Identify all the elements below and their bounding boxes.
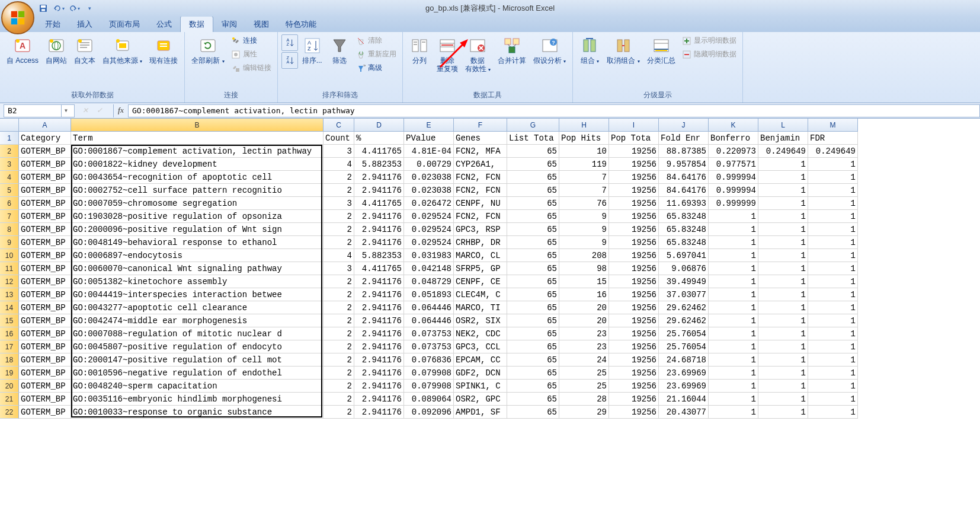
ribbon-btn-group[interactable]: 组合 ▾ [577, 34, 603, 68]
cell[interactable]: GO:0048240~sperm capacitation [71, 380, 324, 393]
cell[interactable]: 1 [808, 380, 858, 393]
cell[interactable]: FCN2, FCN [454, 210, 507, 223]
cell[interactable]: 1 [808, 301, 858, 314]
cell[interactable]: 25 [559, 367, 609, 380]
cell[interactable]: 0.089064 [404, 393, 454, 406]
select-all-corner[interactable] [0, 119, 19, 132]
cell[interactable]: 1 [709, 275, 758, 288]
cell[interactable]: 65 [507, 340, 559, 353]
cell[interactable]: FCN2, MFA [454, 145, 507, 158]
cell[interactable]: GO:0060070~canonical Wnt signaling pathw… [71, 262, 324, 275]
cell[interactable]: GO:0045807~positive regulation of endocy… [71, 340, 324, 353]
cell[interactable]: 65 [507, 236, 559, 249]
row-header-3[interactable]: 3 [0, 158, 19, 171]
cell[interactable]: GO:0007088~regulation of mitotic nuclear… [71, 327, 324, 340]
col-header-L[interactable]: L [758, 119, 808, 132]
row-header-5[interactable]: 5 [0, 184, 19, 197]
cell[interactable]: 1 [808, 197, 858, 210]
col-header-B[interactable]: B [71, 119, 324, 132]
cell[interactable]: GOTERM_BP [19, 301, 71, 314]
enter-formula-button[interactable]: ✓ [92, 104, 107, 117]
cell[interactable]: GOTERM_BP [19, 262, 71, 275]
cell[interactable]: 0.249649 [758, 145, 808, 158]
ribbon-btn-text[interactable]: 自文本 [71, 34, 98, 66]
cell[interactable]: 29.62462 [659, 314, 709, 327]
cell[interactable]: 1 [808, 393, 858, 406]
cell[interactable]: OSR2, SIX [454, 314, 507, 327]
cell[interactable]: 19256 [609, 406, 659, 419]
cell[interactable]: GO:2000147~positive regulation of cell m… [71, 353, 324, 367]
ribbon-tab-5[interactable]: 审阅 [213, 17, 245, 32]
cell[interactable]: 1 [758, 171, 808, 184]
cell[interactable]: Benjamin [758, 132, 808, 145]
cell[interactable]: 7 [559, 184, 609, 197]
cell[interactable]: 4.81E-04 [404, 145, 454, 158]
cancel-formula-button[interactable]: ✕ [78, 104, 92, 117]
cell[interactable]: 2 [324, 171, 354, 184]
cell[interactable]: GPC3, CCL [454, 340, 507, 353]
cell[interactable]: 0.999994 [709, 171, 758, 184]
cell[interactable]: 1 [709, 223, 758, 236]
cell[interactable]: GOTERM_BP [19, 314, 71, 327]
cell[interactable]: 2 [324, 275, 354, 288]
cell[interactable]: 0.026472 [404, 197, 454, 210]
cell[interactable]: 1 [808, 236, 858, 249]
cell[interactable]: 1 [758, 197, 808, 210]
cell[interactable]: FDR [808, 132, 858, 145]
cell[interactable]: 119 [559, 158, 609, 171]
cell[interactable]: SPINK1, C [454, 380, 507, 393]
cell[interactable]: 19256 [609, 275, 659, 288]
cell[interactable]: 29 [559, 406, 609, 419]
cell[interactable]: GOTERM_BP [19, 367, 71, 380]
cell[interactable]: 1 [808, 158, 858, 171]
cell[interactable]: OSR2, GPC [454, 393, 507, 406]
cell[interactable]: 0.073753 [404, 340, 454, 353]
cell[interactable]: GOTERM_BP [19, 171, 71, 184]
cell[interactable]: MARCO, CL [454, 249, 507, 262]
row-header-13[interactable]: 13 [0, 288, 19, 301]
col-header-F[interactable]: F [454, 119, 507, 132]
cell[interactable]: 65 [507, 327, 559, 340]
cell[interactable]: 0.00729 [404, 158, 454, 171]
cell[interactable]: GO:0043277~apoptotic cell clearance [71, 301, 324, 314]
cell[interactable]: 65 [507, 145, 559, 158]
cell[interactable]: 20 [559, 301, 609, 314]
cell[interactable]: GO:1903028~positive regulation of opsoni… [71, 210, 324, 223]
cell[interactable]: 2.941176 [354, 301, 404, 314]
cell[interactable]: 10 [559, 145, 609, 158]
cell[interactable]: 19256 [609, 301, 659, 314]
cell[interactable]: 0.079908 [404, 367, 454, 380]
cell[interactable]: 2.941176 [354, 393, 404, 406]
cell[interactable]: 1 [808, 314, 858, 327]
cell[interactable]: GOTERM_BP [19, 288, 71, 301]
cell[interactable]: 1 [709, 301, 758, 314]
cell[interactable]: 65.83248 [659, 236, 709, 249]
cell[interactable]: List Tota [507, 132, 559, 145]
cell[interactable]: Term [71, 132, 324, 145]
row-header-18[interactable]: 18 [0, 353, 19, 367]
cell[interactable]: 1 [709, 406, 758, 419]
cell[interactable]: 0.029524 [404, 223, 454, 236]
cell[interactable]: 0.079908 [404, 380, 454, 393]
cell[interactable]: 1 [808, 223, 858, 236]
cell[interactable]: 2 [324, 223, 354, 236]
cell[interactable]: 76 [559, 197, 609, 210]
cell[interactable]: 65 [507, 171, 559, 184]
ribbon-btn-access[interactable]: A自 Access [4, 34, 41, 66]
cell[interactable]: GO:0010596~negative regulation of endoth… [71, 367, 324, 380]
cell[interactable]: % [354, 132, 404, 145]
cell[interactable]: 25.76054 [659, 327, 709, 340]
cell[interactable]: 2.941176 [354, 210, 404, 223]
cell[interactable]: 9 [559, 223, 609, 236]
cell[interactable]: 2.941176 [354, 367, 404, 380]
cell[interactable]: 15 [559, 275, 609, 288]
cell[interactable]: 2 [324, 367, 354, 380]
cell[interactable]: 1 [808, 288, 858, 301]
cell[interactable]: GO:0006897~endocytosis [71, 249, 324, 262]
cell[interactable]: 65 [507, 223, 559, 236]
cell[interactable]: 65 [507, 301, 559, 314]
cell[interactable]: 65 [507, 184, 559, 197]
cell[interactable]: 65 [507, 380, 559, 393]
cell[interactable]: 28 [559, 393, 609, 406]
cell[interactable]: 9 [559, 210, 609, 223]
